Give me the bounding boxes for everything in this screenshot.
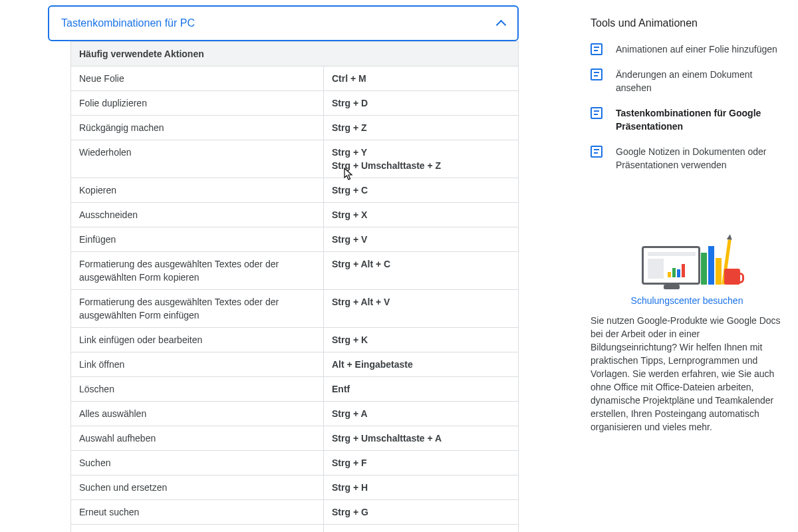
table-row: Erneut suchenStrg + G [71, 500, 519, 525]
table-row: Folie duplizierenStrg + D [71, 91, 519, 116]
promo-text: Sie nutzen Google-Produkte wie Google Do… [591, 314, 783, 434]
table-row: Formatierung des ausgewählten Textes ode… [71, 252, 519, 290]
sidebar-item-label: Tastenkombinationen für Google Präsentat… [616, 106, 783, 133]
action-cell: Suchen und ersetzen [71, 475, 324, 500]
shortcut-cell: Strg + Umschalttaste + A [324, 426, 519, 451]
table-row: Auswahl aufhebenStrg + Umschalttaste + A [71, 426, 519, 451]
table-row: Neue FolieCtrl + M [71, 66, 519, 91]
shortcut-cell: Strg + D [324, 91, 519, 116]
table-row: Rückgängig machenStrg + Z [71, 116, 519, 140]
sidebar-item[interactable]: Tastenkombinationen für Google Präsentat… [591, 106, 783, 133]
sidebar-item[interactable]: Änderungen an einem Dokument ansehen [591, 68, 783, 94]
table-row: Link öffnenAlt + Eingabetaste [71, 352, 519, 377]
action-cell: Auswahl aufheben [71, 426, 324, 451]
sidebar-item-label: Animationen auf einer Folie hinzufügen [616, 43, 777, 56]
action-cell: Neue Folie [71, 66, 324, 91]
action-cell: Link öffnen [71, 352, 324, 377]
table-row: KopierenStrg + C [71, 178, 519, 203]
action-cell: Wiederholen [71, 140, 324, 178]
accordion-header-pc-shortcuts[interactable]: Tastenkombinationen für PC [48, 5, 519, 41]
sidebar-item[interactable]: Google Notizen in Dokumenten oder Präsen… [591, 145, 783, 172]
shortcut-cell: Strg + Z [324, 116, 519, 140]
table-row: Suchen und ersetzenStrg + H [71, 475, 519, 500]
action-cell: Formatierung des ausgewählten Textes ode… [71, 252, 324, 290]
sidebar-item-label: Änderungen an einem Dokument ansehen [616, 68, 783, 94]
action-cell: Ausschneiden [71, 203, 324, 227]
action-cell: Alles auswählen [71, 402, 324, 426]
shortcut-cell: Strg + A [324, 402, 519, 426]
action-cell: Folie duplizieren [71, 91, 324, 116]
shortcut-cell: Strg + C [324, 178, 519, 203]
shortcut-cell: Strg + F [324, 451, 519, 475]
shortcut-cell: Strg + V [324, 227, 519, 252]
shortcut-cell: Strg + K [324, 328, 519, 352]
shortcut-cell: Alt + Eingabetaste [324, 352, 519, 377]
sidebar-title: Tools und Animationen [591, 17, 783, 29]
accordion-title: Tastenkombinationen für PC [61, 17, 195, 29]
action-cell: Suchen [71, 451, 324, 475]
document-icon [591, 68, 602, 80]
shortcut-cell: Ctrl + M [324, 66, 519, 91]
table-row: Link einfügen oder bearbeitenStrg + K [71, 328, 519, 352]
table-row: WiederholenStrg + YStrg + Umschalttaste … [71, 140, 519, 178]
document-icon [591, 107, 602, 119]
shortcut-cell: Strg + X [324, 203, 519, 227]
table-row: LöschenEntf [71, 377, 519, 402]
document-icon [591, 43, 602, 55]
table-row: AusschneidenStrg + X [71, 203, 519, 227]
promo-link[interactable]: Schulungscenter besuchen [591, 295, 783, 306]
action-cell: Löschen [71, 377, 324, 402]
chevron-up-icon [496, 19, 505, 28]
sidebar-item[interactable]: Animationen auf einer Folie hinzufügen [591, 43, 783, 56]
document-icon [591, 146, 602, 158]
promo-illustration [634, 238, 740, 291]
shortcut-cell: Strg + Alt + V [324, 290, 519, 328]
action-cell: Kopieren [71, 178, 324, 203]
action-cell: Rückwärts weitersuchen [71, 525, 324, 533]
shortcut-cell: Strg + Umschalttaste + G [324, 525, 519, 533]
table-header: Häufig verwendete Aktionen [71, 42, 519, 66]
table-row: Rückwärts weitersuchenStrg + Umschalttas… [71, 525, 519, 533]
action-cell: Link einfügen oder bearbeiten [71, 328, 324, 352]
shortcut-cell: Strg + G [324, 500, 519, 525]
sidebar-item-label: Google Notizen in Dokumenten oder Präsen… [616, 145, 783, 172]
table-row: Alles auswählenStrg + A [71, 402, 519, 426]
action-cell: Erneut suchen [71, 500, 324, 525]
shortcut-cell: Strg + H [324, 475, 519, 500]
shortcut-cell: Strg + YStrg + Umschalttaste + Z [324, 140, 519, 178]
shortcuts-table: Häufig verwendete Aktionen Neue FolieCtr… [70, 41, 519, 532]
shortcut-cell: Strg + Alt + C [324, 252, 519, 290]
action-cell: Formatierung des ausgewählten Textes ode… [71, 290, 324, 328]
table-row: EinfügenStrg + V [71, 227, 519, 252]
table-row: SuchenStrg + F [71, 451, 519, 475]
promo-box: Schulungscenter besuchen Sie nutzen Goog… [591, 238, 783, 434]
table-row: Formatierung des ausgewählten Textes ode… [71, 290, 519, 328]
shortcut-cell: Entf [324, 377, 519, 402]
action-cell: Rückgängig machen [71, 116, 324, 140]
action-cell: Einfügen [71, 227, 324, 252]
